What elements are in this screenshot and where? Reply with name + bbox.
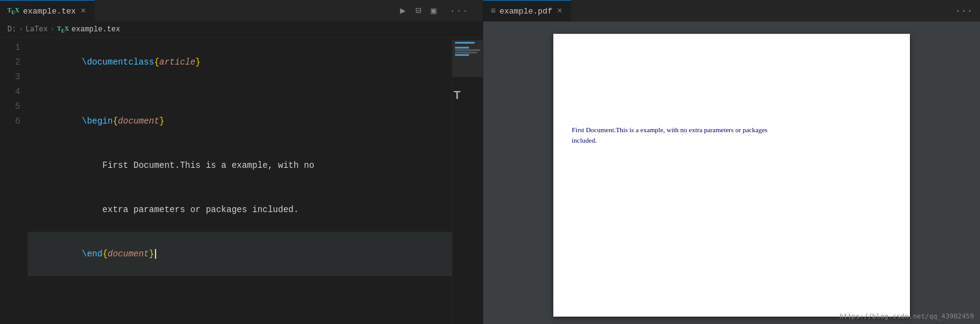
editor-tab-label: example.tex — [23, 7, 76, 16]
breadcrumb: D: › LaTex › TEX example.tex — [0, 22, 483, 38]
cmd-begin: \begin — [82, 116, 113, 126]
code-line-2 — [28, 84, 452, 99]
cmd-end: \end — [82, 249, 103, 259]
cursor: ​ — [155, 249, 156, 259]
breadcrumb-sep1: › — [18, 25, 23, 34]
editor-pane: D: › LaTex › TEX example.tex 1 2 3 4 5 6… — [0, 22, 483, 324]
pdf-menu-icon: ≡ — [491, 6, 496, 16]
split-editor-button[interactable]: ⊟ — [413, 4, 424, 18]
run-button[interactable]: ▶ — [398, 4, 408, 18]
header-row: TEX example.tex × ▶ ⊟ ▣ ··· ≡ example.pd… — [0, 0, 980, 22]
line-numbers: 1 2 3 4 5 6 — [0, 40, 28, 324]
breadcrumb-tex-icon: TEX — [57, 25, 69, 34]
status-url: https://blog.csdn.net/qq_43902459 — [839, 312, 974, 320]
pdf-content: First Document.This is a example, with n… — [483, 22, 980, 324]
minimap: T — [452, 40, 483, 324]
code-line-3: \begin{document} — [28, 99, 452, 143]
pdf-more-button[interactable]: ··· — [947, 6, 980, 17]
minimap-content — [452, 40, 483, 58]
tex-icon: TEX — [7, 7, 19, 15]
editor-tab[interactable]: TEX example.tex × — [0, 0, 95, 22]
pdf-tab-close[interactable]: × — [556, 6, 563, 16]
pdf-tab[interactable]: ≡ example.pdf × — [483, 0, 571, 22]
pdf-rendered-text: First Document.This is a example, with n… — [572, 125, 891, 145]
pdf-pane: First Document.This is a example, with n… — [483, 22, 980, 324]
cmd-documentclass: \documentclass — [82, 57, 154, 67]
code-line-6: \end{document}​ — [28, 232, 452, 276]
breadcrumb-folder[interactable]: LaTex — [26, 25, 48, 34]
editor-more-button[interactable]: ··· — [444, 6, 475, 16]
minimap-letter: T — [454, 89, 460, 102]
code-line-4: First Document.This is a example, with n… — [28, 143, 452, 188]
editor-tab-close[interactable]: × — [79, 6, 87, 16]
editor-tab-area: TEX example.tex × ▶ ⊟ ▣ ··· — [0, 0, 483, 22]
main-content: D: › LaTex › TEX example.tex 1 2 3 4 5 6… — [0, 22, 980, 324]
breadcrumb-drive: D: — [7, 25, 16, 34]
toolbar: ▶ ⊟ ▣ ··· — [390, 4, 483, 18]
code-line-1: \documentclass{article} — [28, 40, 452, 84]
layout-button[interactable]: ▣ — [429, 4, 439, 18]
breadcrumb-file[interactable]: example.tex — [71, 25, 120, 34]
code-editor[interactable]: 1 2 3 4 5 6 \documentclass{article} \beg… — [0, 38, 483, 324]
code-lines[interactable]: \documentclass{article} \begin{document}… — [28, 40, 452, 324]
pdf-tab-label: example.pdf — [499, 7, 552, 16]
pdf-page: First Document.This is a example, with n… — [553, 34, 910, 317]
code-line-5: extra parameters or packages included. — [28, 188, 452, 232]
breadcrumb-sep2: › — [50, 25, 55, 34]
pdf-tab-area: ≡ example.pdf × ··· — [483, 0, 980, 22]
